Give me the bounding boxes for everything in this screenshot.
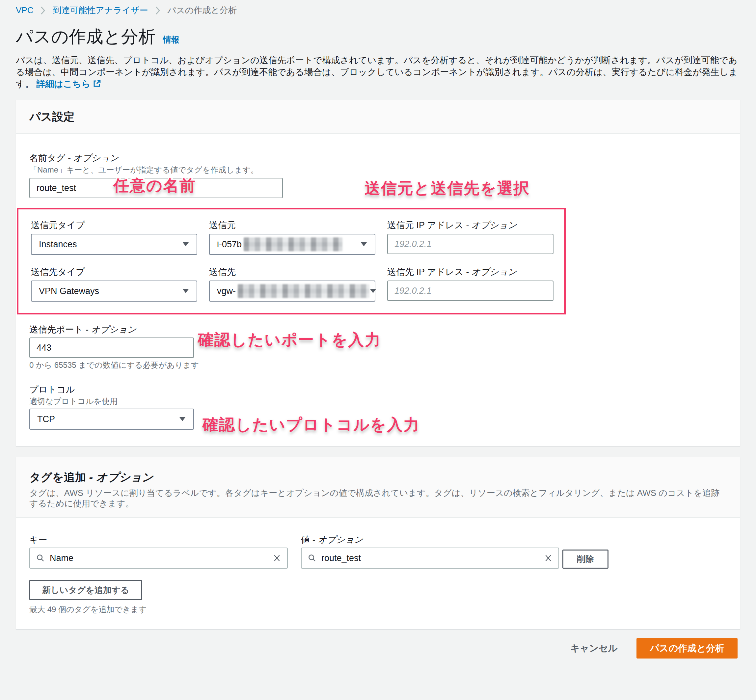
- tag-value-field: 値 - オプション route_test: [301, 534, 559, 569]
- dest-port-constraint: 0 から 65535 までの数値にする必要があります: [29, 361, 217, 370]
- learn-more-link[interactable]: 詳細はこちら: [36, 79, 102, 89]
- tag-key-input[interactable]: Name: [29, 548, 288, 569]
- path-settings-card: パス設定 名前タグ - オプション 「Name」キーと、ユーザーが指定する値でタ…: [16, 100, 740, 447]
- chevron-right-icon: [155, 6, 160, 15]
- name-tag-label: 名前タグ - オプション: [29, 153, 727, 163]
- tag-key-label: キー: [29, 534, 288, 545]
- chevron-down-icon: [360, 242, 367, 247]
- tags-header: タグを追加 - オプション タグは、AWS リソースに割り当てるラベルです。各タ…: [16, 457, 740, 518]
- dest-port-input[interactable]: [29, 338, 194, 358]
- page-description: パスは、送信元、送信先、プロトコル、およびオプションの送信先ポートで構成されてい…: [16, 54, 740, 90]
- clear-icon[interactable]: [544, 554, 553, 562]
- annotation-port: 確認したいポートを入力: [198, 329, 381, 350]
- add-tag-button[interactable]: 新しいタグを追加する: [29, 580, 142, 600]
- annotation-source-dest: 送信元と送信先を選択: [364, 178, 530, 199]
- tag-limit-note: 最大 49 個のタグを追加できます: [29, 604, 727, 615]
- tags-title: タグを追加 - オプション: [29, 470, 727, 484]
- cancel-button[interactable]: キャンセル: [570, 642, 617, 655]
- page-description-text: パスは、送信元、送信先、プロトコル、およびオプションの送信先ポートで構成されてい…: [16, 55, 737, 89]
- source-type-select[interactable]: Instances: [31, 234, 197, 255]
- path-settings-body: 名前タグ - オプション 「Name」キーと、ユーザーが指定する値でタグを作成し…: [16, 134, 740, 446]
- tags-body: キー Name 値 - オプション route_test 削除: [16, 518, 740, 629]
- protocol-select[interactable]: TCP: [29, 409, 194, 430]
- protocol-help: 適切なプロトコルを使用: [29, 397, 727, 406]
- vpc-create-path-page: VPC 到達可能性アナライザー パスの作成と分析 パスの作成と分析 情報 パスは…: [0, 0, 756, 700]
- chevron-down-icon: [182, 288, 189, 294]
- redacted-text: [238, 284, 369, 298]
- dest-ip-field: 送信先 IP アドレス - オプション: [387, 267, 553, 302]
- protocol-label: プロトコル: [29, 384, 727, 395]
- chevron-right-icon: [41, 6, 45, 15]
- annotation-protocol: 確認したいプロトコルを入力: [203, 414, 420, 435]
- source-select[interactable]: i-057b: [209, 234, 375, 255]
- remove-tag-button[interactable]: 削除: [562, 550, 609, 569]
- breadcrumb: VPC 到達可能性アナライザー パスの作成と分析: [0, 0, 756, 16]
- search-icon: [308, 553, 317, 563]
- dest-label: 送信先: [209, 267, 375, 277]
- dest-type-field: 送信先タイプ VPN Gateways: [31, 267, 197, 302]
- source-type-field: 送信元タイプ Instances: [31, 220, 197, 255]
- search-icon: [36, 553, 45, 563]
- source-ip-label: 送信元 IP アドレス - オプション: [387, 220, 553, 230]
- breadcrumb-current: パスの作成と分析: [167, 5, 237, 16]
- tag-row: キー Name 値 - オプション route_test 削除: [29, 534, 727, 569]
- dest-type-label: 送信先タイプ: [31, 267, 197, 277]
- page-title: パスの作成と分析: [16, 25, 156, 48]
- tag-value-input[interactable]: route_test: [301, 548, 559, 569]
- dest-select[interactable]: vgw-: [209, 281, 375, 302]
- clear-icon[interactable]: [273, 554, 281, 562]
- chevron-down-icon: [182, 242, 189, 247]
- tag-value-label: 値 - オプション: [301, 534, 559, 545]
- source-dest-highlight-box: 送信元タイプ Instances 送信元 i-057b: [17, 208, 566, 314]
- source-label: 送信元: [209, 220, 375, 230]
- chevron-down-icon: [369, 288, 377, 294]
- source-ip-input[interactable]: [387, 234, 553, 254]
- path-settings-header: パス設定: [16, 100, 740, 134]
- annotation-name: 任意の名前: [113, 175, 196, 196]
- chevron-down-icon: [179, 417, 186, 422]
- external-link-icon: [92, 79, 102, 88]
- source-ip-field: 送信元 IP アドレス - オプション: [387, 220, 553, 255]
- footer-actions: キャンセル パスの作成と分析: [16, 638, 737, 658]
- tag-key-field: キー Name: [29, 534, 288, 569]
- tags-card: タグを追加 - オプション タグは、AWS リソースに割り当てるラベルです。各タ…: [16, 457, 740, 630]
- name-tag-help: 「Name」キーと、ユーザーが指定する値でタグを作成します。: [29, 165, 727, 175]
- tags-description: タグは、AWS リソースに割り当てるラベルです。各タグはキーとオプションの値で構…: [29, 488, 727, 509]
- breadcrumb-link-vpc[interactable]: VPC: [16, 5, 33, 16]
- dest-field: 送信先 vgw-: [209, 267, 375, 302]
- dest-type-select[interactable]: VPN Gateways: [31, 281, 197, 302]
- submit-create-path-button[interactable]: パスの作成と分析: [636, 638, 737, 658]
- breadcrumb-link-reachability-analyzer[interactable]: 到達可能性アナライザー: [53, 5, 148, 16]
- dest-ip-input[interactable]: [387, 281, 553, 301]
- redacted-text: [244, 238, 342, 251]
- info-link[interactable]: 情報: [163, 34, 180, 45]
- source-type-label: 送信元タイプ: [31, 220, 197, 230]
- source-field: 送信元 i-057b: [209, 220, 375, 255]
- path-settings-title: パス設定: [29, 110, 727, 123]
- dest-ip-label: 送信先 IP アドレス - オプション: [387, 267, 553, 277]
